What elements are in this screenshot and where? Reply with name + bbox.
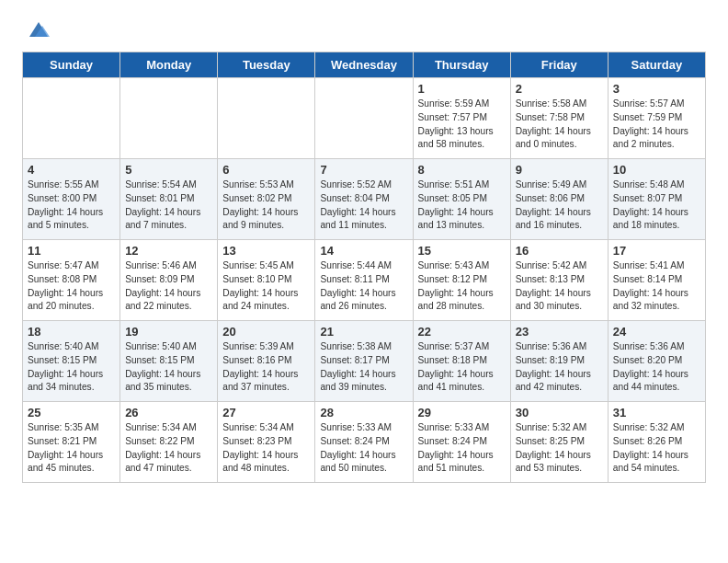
calendar-cell: 3Sunrise: 5:57 AMSunset: 7:59 PMDaylight… [608, 78, 705, 159]
day-info: Sunrise: 5:48 AMSunset: 8:07 PMDaylight:… [613, 178, 700, 233]
day-number: 17 [613, 244, 700, 258]
day-number: 3 [613, 82, 700, 96]
calendar-cell: 18Sunrise: 5:40 AMSunset: 8:15 PMDayligh… [23, 321, 120, 402]
calendar-cell: 24Sunrise: 5:36 AMSunset: 8:20 PMDayligh… [608, 321, 705, 402]
day-info: Sunrise: 5:41 AMSunset: 8:14 PMDaylight:… [613, 259, 700, 314]
day-info: Sunrise: 5:43 AMSunset: 8:12 PMDaylight:… [418, 259, 506, 314]
day-number: 19 [125, 325, 212, 339]
calendar-week-1: 1Sunrise: 5:59 AMSunset: 7:57 PMDaylight… [23, 78, 706, 159]
day-number: 27 [222, 406, 310, 419]
day-info: Sunrise: 5:40 AMSunset: 8:15 PMDaylight:… [125, 340, 212, 395]
calendar-wrapper: SundayMondayTuesdayWednesdayThursdayFrid… [0, 52, 728, 494]
calendar-header-friday: Friday [510, 52, 608, 78]
calendar-cell: 20Sunrise: 5:39 AMSunset: 8:16 PMDayligh… [218, 321, 315, 402]
day-number: 29 [418, 406, 506, 419]
calendar-cell: 13Sunrise: 5:45 AMSunset: 8:10 PMDayligh… [218, 240, 315, 321]
day-info: Sunrise: 5:32 AMSunset: 8:26 PMDaylight:… [613, 421, 700, 476]
calendar-cell: 27Sunrise: 5:34 AMSunset: 8:23 PMDayligh… [218, 402, 315, 483]
logo [22, 17, 51, 42]
calendar-cell: 1Sunrise: 5:59 AMSunset: 7:57 PMDaylight… [413, 78, 510, 159]
day-info: Sunrise: 5:36 AMSunset: 8:19 PMDaylight:… [516, 340, 603, 395]
calendar-header-tuesday: Tuesday [218, 52, 315, 78]
day-number: 20 [222, 325, 310, 339]
calendar-cell: 19Sunrise: 5:40 AMSunset: 8:15 PMDayligh… [120, 321, 218, 402]
day-number: 8 [418, 163, 506, 177]
day-info: Sunrise: 5:52 AMSunset: 8:04 PMDaylight:… [320, 178, 407, 233]
calendar-cell: 14Sunrise: 5:44 AMSunset: 8:11 PMDayligh… [315, 240, 413, 321]
calendar-header-saturday: Saturday [608, 52, 705, 78]
day-number: 1 [418, 82, 506, 96]
calendar-header-wednesday: Wednesday [315, 52, 413, 78]
calendar-cell [218, 78, 315, 159]
day-number: 24 [613, 325, 700, 339]
day-number: 16 [516, 244, 603, 258]
calendar-cell: 15Sunrise: 5:43 AMSunset: 8:12 PMDayligh… [413, 240, 510, 321]
day-number: 30 [516, 406, 603, 419]
calendar-cell [23, 78, 120, 159]
day-info: Sunrise: 5:46 AMSunset: 8:09 PMDaylight:… [125, 259, 212, 314]
calendar-cell: 31Sunrise: 5:32 AMSunset: 8:26 PMDayligh… [608, 402, 705, 483]
calendar-cell: 12Sunrise: 5:46 AMSunset: 8:09 PMDayligh… [120, 240, 218, 321]
calendar-cell: 30Sunrise: 5:32 AMSunset: 8:25 PMDayligh… [510, 402, 608, 483]
day-number: 2 [516, 82, 603, 96]
calendar-cell: 8Sunrise: 5:51 AMSunset: 8:05 PMDaylight… [413, 159, 510, 240]
calendar-cell: 7Sunrise: 5:52 AMSunset: 8:04 PMDaylight… [315, 159, 413, 240]
day-number: 13 [222, 244, 310, 258]
calendar-cell: 25Sunrise: 5:35 AMSunset: 8:21 PMDayligh… [23, 402, 120, 483]
calendar-cell: 21Sunrise: 5:38 AMSunset: 8:17 PMDayligh… [315, 321, 413, 402]
day-number: 23 [516, 325, 603, 339]
day-info: Sunrise: 5:36 AMSunset: 8:20 PMDaylight:… [613, 340, 700, 395]
day-number: 22 [418, 325, 506, 339]
day-info: Sunrise: 5:42 AMSunset: 8:13 PMDaylight:… [516, 259, 603, 314]
calendar-header-monday: Monday [120, 52, 218, 78]
day-info: Sunrise: 5:58 AMSunset: 7:58 PMDaylight:… [516, 98, 603, 152]
calendar-cell: 29Sunrise: 5:33 AMSunset: 8:24 PMDayligh… [413, 402, 510, 483]
day-number: 9 [516, 163, 603, 177]
day-info: Sunrise: 5:34 AMSunset: 8:23 PMDaylight:… [222, 421, 310, 476]
day-info: Sunrise: 5:45 AMSunset: 8:10 PMDaylight:… [222, 259, 310, 314]
page-header [0, 0, 728, 52]
day-number: 11 [28, 244, 115, 258]
day-info: Sunrise: 5:37 AMSunset: 8:18 PMDaylight:… [418, 340, 506, 395]
calendar-cell: 9Sunrise: 5:49 AMSunset: 8:06 PMDaylight… [510, 159, 608, 240]
day-info: Sunrise: 5:53 AMSunset: 8:02 PMDaylight:… [222, 178, 310, 233]
day-info: Sunrise: 5:49 AMSunset: 8:06 PMDaylight:… [516, 178, 603, 233]
day-info: Sunrise: 5:33 AMSunset: 8:24 PMDaylight:… [320, 421, 407, 476]
day-number: 26 [125, 406, 212, 419]
day-number: 5 [125, 163, 212, 177]
day-info: Sunrise: 5:32 AMSunset: 8:25 PMDaylight:… [516, 421, 603, 476]
day-info: Sunrise: 5:33 AMSunset: 8:24 PMDaylight:… [418, 421, 506, 476]
calendar-header-sunday: Sunday [23, 52, 120, 78]
calendar-header-thursday: Thursday [413, 52, 510, 78]
day-info: Sunrise: 5:34 AMSunset: 8:22 PMDaylight:… [125, 421, 212, 476]
day-info: Sunrise: 5:51 AMSunset: 8:05 PMDaylight:… [418, 178, 506, 233]
day-info: Sunrise: 5:44 AMSunset: 8:11 PMDaylight:… [320, 259, 407, 314]
day-info: Sunrise: 5:35 AMSunset: 8:21 PMDaylight:… [28, 421, 115, 476]
day-info: Sunrise: 5:39 AMSunset: 8:16 PMDaylight:… [222, 340, 310, 395]
day-number: 18 [28, 325, 115, 339]
day-number: 21 [320, 325, 407, 339]
day-number: 6 [222, 163, 310, 177]
calendar-cell: 23Sunrise: 5:36 AMSunset: 8:19 PMDayligh… [510, 321, 608, 402]
calendar-cell [120, 78, 218, 159]
calendar-cell: 22Sunrise: 5:37 AMSunset: 8:18 PMDayligh… [413, 321, 510, 402]
calendar-cell: 17Sunrise: 5:41 AMSunset: 8:14 PMDayligh… [608, 240, 705, 321]
calendar-cell: 2Sunrise: 5:58 AMSunset: 7:58 PMDaylight… [510, 78, 608, 159]
day-number: 12 [125, 244, 212, 258]
calendar-header-row: SundayMondayTuesdayWednesdayThursdayFrid… [23, 52, 706, 78]
day-number: 10 [613, 163, 700, 177]
calendar-cell: 28Sunrise: 5:33 AMSunset: 8:24 PMDayligh… [315, 402, 413, 483]
calendar-cell: 5Sunrise: 5:54 AMSunset: 8:01 PMDaylight… [120, 159, 218, 240]
calendar-week-2: 4Sunrise: 5:55 AMSunset: 8:00 PMDaylight… [23, 159, 706, 240]
day-info: Sunrise: 5:47 AMSunset: 8:08 PMDaylight:… [28, 259, 115, 314]
day-info: Sunrise: 5:40 AMSunset: 8:15 PMDaylight:… [28, 340, 115, 395]
calendar-table: SundayMondayTuesdayWednesdayThursdayFrid… [22, 52, 706, 483]
day-number: 7 [320, 163, 407, 177]
calendar-cell: 16Sunrise: 5:42 AMSunset: 8:13 PMDayligh… [510, 240, 608, 321]
day-number: 28 [320, 406, 407, 419]
calendar-cell [315, 78, 413, 159]
day-info: Sunrise: 5:57 AMSunset: 7:59 PMDaylight:… [613, 98, 700, 152]
logo-icon [26, 17, 51, 42]
day-number: 15 [418, 244, 506, 258]
calendar-cell: 26Sunrise: 5:34 AMSunset: 8:22 PMDayligh… [120, 402, 218, 483]
